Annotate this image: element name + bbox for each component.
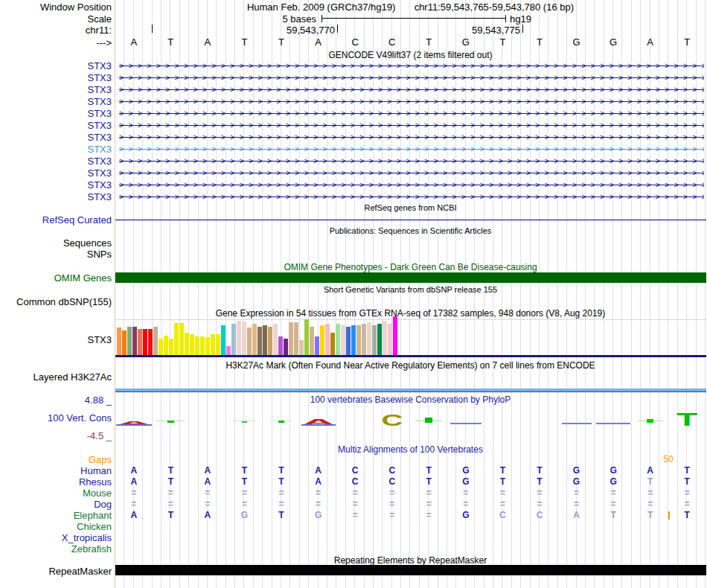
species-label-chicken[interactable]: Chicken	[0, 521, 112, 532]
gtex-bar[interactable]	[330, 333, 335, 355]
gene-label[interactable]: STX3	[0, 120, 112, 132]
gene-label[interactable]: STX3	[0, 108, 112, 120]
gene-strand-arrows[interactable]: >>>>>>>>>>>>>>>>>>>>>>>>>>>>>>>>>>>>>>>>…	[119, 60, 704, 72]
gtex-bar[interactable]	[310, 327, 314, 355]
gtex-bar[interactable]	[268, 327, 272, 355]
gtex-bar[interactable]	[294, 322, 298, 355]
gene-row[interactable]: STX3>>>>>>>>>>>>>>>>>>>>>>>>>>>>>>>>>>>>…	[0, 72, 707, 84]
gene-row[interactable]: STX3>>>>>>>>>>>>>>>>>>>>>>>>>>>>>>>>>>>>…	[0, 167, 707, 179]
omim-genes-label[interactable]: OMIM Genes	[0, 272, 112, 284]
gene-row[interactable]: STX3>>>>>>>>>>>>>>>>>>>>>>>>>>>>>>>>>>>>…	[0, 108, 707, 120]
gtex-bar[interactable]	[377, 324, 382, 355]
species-label-dog[interactable]: Dog	[0, 499, 112, 510]
gtex-bar[interactable]	[237, 321, 241, 355]
species-row[interactable]: Dog================	[0, 499, 707, 510]
gene-strand-arrows[interactable]: >>>>>>>>>>>>>>>>>>>>>>>>>>>>>>>>>>>>>>>>…	[119, 132, 704, 144]
gtex-bar[interactable]	[211, 334, 215, 355]
species-row[interactable]: RhesusATATTACCTGTTGGTT	[0, 476, 707, 488]
gtex-bar[interactable]	[205, 337, 210, 355]
gene-label[interactable]: STX3	[0, 96, 112, 108]
gtex-bar[interactable]	[159, 339, 163, 355]
gtex-bar[interactable]	[216, 334, 220, 355]
species-label-zebrafish[interactable]: Zebrafish	[0, 543, 112, 555]
species-row[interactable]: X_tropicalis	[0, 532, 707, 543]
gene-row[interactable]: STX3>>>>>>>>>>>>>>>>>>>>>>>>>>>>>>>>>>>>…	[0, 132, 707, 144]
gtex-bar[interactable]	[351, 325, 356, 355]
gene-label[interactable]: STX3	[0, 72, 112, 84]
gtex-bar[interactable]	[231, 324, 236, 355]
gtex-bar[interactable]	[127, 327, 132, 355]
gtex-bar[interactable]	[336, 324, 340, 355]
gtex-bar[interactable]	[247, 327, 252, 355]
gtex-bar[interactable]	[164, 336, 168, 355]
h3k27ac-track-label[interactable]: Layered H3K27Ac	[0, 371, 112, 383]
species-label-human[interactable]: Human	[0, 465, 112, 476]
gtex-bar[interactable]	[143, 329, 147, 355]
gtex-bar[interactable]	[185, 333, 189, 355]
gtex-bar[interactable]	[169, 339, 173, 355]
gtex-bar[interactable]	[132, 327, 137, 355]
gtex-bar[interactable]	[289, 322, 293, 355]
gene-strand-arrows[interactable]: >>>>>>>>>>>>>>>>>>>>>>>>>>>>>>>>>>>>>>>>…	[119, 120, 704, 132]
gtex-bar[interactable]	[242, 322, 246, 355]
gtex-bar[interactable]	[263, 325, 267, 355]
gene-strand-arrows[interactable]: >>>>>>>>>>>>>>>>>>>>>>>>>>>>>>>>>>>>>>>>…	[119, 191, 704, 203]
gtex-bar[interactable]	[362, 324, 366, 355]
species-label-rhesus[interactable]: Rhesus	[0, 476, 112, 488]
gene-row[interactable]: STX3>>>>>>>>>>>>>>>>>>>>>>>>>>>>>>>>>>>>…	[0, 120, 707, 132]
gtex-gene-label[interactable]: STX3	[0, 334, 112, 345]
gtex-bar[interactable]	[200, 336, 205, 355]
omim-gene-bar[interactable]	[115, 272, 706, 283]
gtex-bar[interactable]	[299, 340, 304, 355]
dbsnp-track-label[interactable]: Common dbSNP(155)	[0, 296, 112, 307]
gene-strand-arrows[interactable]: >>>>>>>>>>>>>>>>>>>>>>>>>>>>>>>>>>>>>>>>…	[119, 72, 704, 84]
gene-label[interactable]: STX3	[0, 179, 112, 191]
gene-strand-arrows[interactable]: >>>>>>>>>>>>>>>>>>>>>>>>>>>>>>>>>>>>>>>>…	[119, 156, 704, 167]
gtex-bar[interactable]	[252, 324, 257, 355]
gtex-bar[interactable]	[284, 339, 288, 355]
gtex-bar[interactable]	[341, 325, 345, 355]
gene-strand-arrows[interactable]: >>>>>>>>>>>>>>>>>>>>>>>>>>>>>>>>>>>>>>>>…	[119, 84, 704, 96]
refseq-curated-label[interactable]: RefSeq Curated	[0, 214, 112, 226]
species-row[interactable]: Zebrafish	[0, 543, 707, 555]
gtex-bar[interactable]	[122, 330, 127, 355]
repeatmasker-label[interactable]: RepeatMasker	[0, 566, 112, 577]
gtex-bar[interactable]	[393, 316, 397, 355]
gtex-bar[interactable]	[320, 325, 324, 355]
gene-label[interactable]: STX3	[0, 167, 112, 179]
sequences-track-label[interactable]: Sequences	[0, 237, 112, 249]
gtex-bar[interactable]	[153, 327, 158, 355]
gtex-bar[interactable]	[221, 325, 225, 355]
species-label-x_tropicalis[interactable]: X_tropicalis	[0, 532, 112, 543]
gene-strand-arrows[interactable]: >>>>>>>>>>>>>>>>>>>>>>>>>>>>>>>>>>>>>>>>…	[119, 144, 704, 156]
gene-row[interactable]: STX3>>>>>>>>>>>>>>>>>>>>>>>>>>>>>>>>>>>>…	[0, 84, 707, 96]
gene-row[interactable]: STX3>>>>>>>>>>>>>>>>>>>>>>>>>>>>>>>>>>>>…	[0, 96, 707, 108]
gtex-bar[interactable]	[273, 324, 278, 355]
species-row[interactable]: HumanATATTACCTGTTGGAT	[0, 465, 707, 476]
gene-label[interactable]: STX3	[0, 84, 112, 96]
refseq-gene-line[interactable]	[115, 220, 706, 220]
gtex-bar[interactable]	[179, 323, 184, 355]
gene-label[interactable]: STX3	[0, 60, 112, 72]
species-row[interactable]: ElephantATAGTG===GCCATTT	[0, 510, 707, 521]
gtex-bar[interactable]	[195, 336, 199, 355]
species-label-mouse[interactable]: Mouse	[0, 488, 112, 499]
gene-label[interactable]: STX3	[0, 156, 112, 167]
gtex-bar[interactable]	[356, 325, 361, 355]
gtex-bar[interactable]	[148, 329, 153, 355]
gtex-bar[interactable]	[372, 325, 377, 355]
snps-track-label[interactable]: SNPs	[0, 249, 112, 260]
gtex-bar[interactable]	[117, 327, 121, 355]
repeatmasker-bar[interactable]	[115, 565, 706, 575]
species-row[interactable]: Chicken	[0, 521, 707, 532]
gene-row[interactable]: STX3>>>>>>>>>>>>>>>>>>>>>>>>>>>>>>>>>>>>…	[0, 144, 707, 156]
gene-strand-arrows[interactable]: >>>>>>>>>>>>>>>>>>>>>>>>>>>>>>>>>>>>>>>>…	[119, 108, 704, 120]
gene-row[interactable]: STX3>>>>>>>>>>>>>>>>>>>>>>>>>>>>>>>>>>>>…	[0, 156, 707, 167]
gene-row[interactable]: STX3>>>>>>>>>>>>>>>>>>>>>>>>>>>>>>>>>>>>…	[0, 60, 707, 72]
gene-label[interactable]: STX3	[0, 144, 112, 156]
gtex-bar[interactable]	[315, 336, 319, 355]
gene-label[interactable]: STX3	[0, 132, 112, 144]
gtex-bar[interactable]	[138, 329, 142, 355]
species-label-elephant[interactable]: Elephant	[0, 510, 112, 521]
gtex-bar[interactable]	[190, 334, 194, 355]
